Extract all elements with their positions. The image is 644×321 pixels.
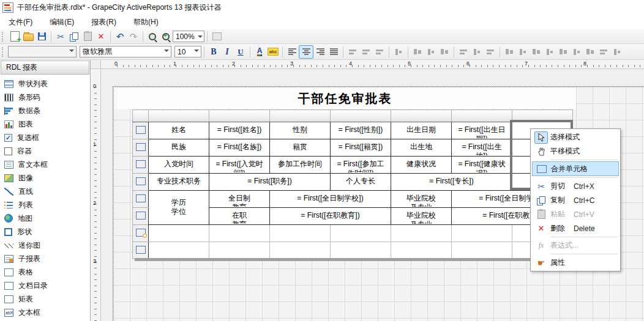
cell-label[interactable]: 专业技术职务 bbox=[149, 174, 209, 191]
align-center-button[interactable] bbox=[299, 45, 313, 59]
toolbox-item-document-toc[interactable]: 文档目录 bbox=[0, 279, 90, 292]
cell-label[interactable]: 入党时间 bbox=[149, 157, 209, 174]
menu-item-copy[interactable]: 复制 Ctrl+C bbox=[532, 193, 619, 207]
toolbox-item-sparkline[interactable]: 迷你图 bbox=[0, 238, 90, 252]
increase-h-spacing-button[interactable] bbox=[543, 46, 556, 58]
cell-expression[interactable]: = First([参加工 作时间]) bbox=[331, 157, 391, 174]
cell-label[interactable]: 毕业院校 及专业 bbox=[391, 191, 452, 208]
row-handle[interactable] bbox=[133, 208, 149, 225]
toolbox-item-container[interactable]: 容器 bbox=[0, 144, 90, 158]
menu-item-pan-mode[interactable]: 平移模式 bbox=[532, 144, 619, 158]
redo-button[interactable]: ↷ bbox=[127, 31, 140, 43]
cell-expression[interactable]: = First([入党时 间]) bbox=[209, 157, 270, 174]
cell-label[interactable]: 全日制 教育 bbox=[209, 191, 270, 208]
cell-label[interactable]: 民族 bbox=[149, 139, 209, 157]
cell-expression[interactable]: = First([名族]) bbox=[209, 139, 270, 157]
row-handle[interactable] bbox=[133, 191, 149, 208]
fit-page-button[interactable] bbox=[210, 31, 223, 43]
menu-item-merge-cells[interactable]: 合并单元格 bbox=[532, 161, 619, 176]
zoom-out-button[interactable] bbox=[146, 31, 159, 43]
highlight-button[interactable]: abc bbox=[266, 46, 280, 58]
cell-expression[interactable]: = First([全日制学校]) bbox=[270, 191, 391, 208]
toolbox-item-banded-list[interactable]: 带状列表 bbox=[0, 77, 90, 90]
font-color-button[interactable]: A bbox=[253, 46, 266, 58]
list-button[interactable] bbox=[346, 46, 359, 58]
table-column-header-strip[interactable] bbox=[133, 110, 573, 122]
report-title-textbox[interactable]: 干部任免审批表 bbox=[114, 88, 576, 109]
make-same-width-button[interactable] bbox=[503, 46, 516, 58]
underline-button[interactable]: U bbox=[234, 46, 247, 58]
toolbar-grip[interactable] bbox=[2, 47, 6, 57]
toolbox-item-list[interactable]: 列表 bbox=[0, 198, 90, 212]
menu-help[interactable]: 帮助(H) bbox=[125, 15, 167, 29]
empty-cell[interactable] bbox=[209, 242, 270, 259]
zoom-level-combobox[interactable]: 100% bbox=[173, 31, 204, 42]
decrease-h-spacing-button[interactable] bbox=[556, 46, 570, 58]
menu-item-paste[interactable]: 粘贴 Ctrl+V bbox=[532, 207, 619, 221]
menu-edit[interactable]: 编辑(E) bbox=[41, 15, 83, 29]
empty-cell[interactable] bbox=[149, 242, 209, 259]
toolbox-item-barcode[interactable]: 条形码 bbox=[0, 90, 90, 104]
cell-label[interactable]: 出生日期 bbox=[391, 122, 452, 139]
empty-cell[interactable] bbox=[331, 242, 391, 259]
font-size-combobox[interactable]: 10 bbox=[174, 46, 201, 57]
align-right-button[interactable] bbox=[313, 46, 327, 58]
cell-expression[interactable]: = First([职务]) bbox=[209, 174, 331, 191]
zoom-in-button[interactable] bbox=[159, 31, 173, 43]
row-handle[interactable] bbox=[133, 139, 149, 157]
row-handle[interactable] bbox=[133, 225, 149, 242]
cell-expression[interactable]: = First([健康状 况]) bbox=[452, 157, 512, 174]
cell-expression[interactable]: = First([出生日 期]) bbox=[452, 122, 512, 139]
send-to-back-button[interactable] bbox=[610, 46, 624, 58]
delete-button[interactable]: ✕ bbox=[94, 31, 108, 43]
toolbox-item-shape[interactable]: 形状 bbox=[0, 225, 90, 238]
align-middles-button[interactable] bbox=[470, 46, 484, 58]
toolbar-grip[interactable] bbox=[2, 32, 6, 42]
cell-label[interactable]: 毕业院校 及专业 bbox=[391, 208, 452, 225]
align-left-button[interactable] bbox=[285, 46, 299, 58]
menu-item-delete[interactable]: ✕ 删除 Delete bbox=[532, 221, 619, 235]
bring-to-front-button[interactable] bbox=[597, 46, 610, 58]
cell-label[interactable]: 参加工作时间 bbox=[270, 157, 331, 174]
toolbox-item-image[interactable]: 图像 bbox=[0, 171, 90, 185]
undo-button[interactable]: ↶ bbox=[113, 31, 127, 43]
cell-expression[interactable]: = First([在职教育]) bbox=[270, 208, 391, 225]
menu-report[interactable]: 报表(R) bbox=[83, 15, 125, 29]
align-tops-button[interactable] bbox=[457, 46, 470, 58]
toolbox-item-checkbox[interactable]: 复选框 bbox=[0, 131, 90, 144]
empty-cell[interactable] bbox=[149, 225, 209, 242]
align-justify-button[interactable] bbox=[327, 46, 340, 58]
empty-cell[interactable] bbox=[391, 242, 452, 259]
make-same-size-button[interactable] bbox=[530, 46, 543, 58]
bold-button[interactable]: B bbox=[207, 46, 220, 58]
menu-file[interactable]: 文件(F) bbox=[0, 15, 41, 29]
menu-item-select-mode[interactable]: 选择模式 bbox=[532, 130, 619, 144]
align-bottoms-button[interactable] bbox=[484, 46, 497, 58]
menu-item-expression[interactable]: fx 表达式... bbox=[532, 238, 619, 253]
paste-button[interactable] bbox=[81, 31, 94, 43]
toolbox-header[interactable]: RDL 报表 bbox=[1, 61, 89, 75]
menu-item-cut[interactable]: ✂ 剪切 Ctrl+X bbox=[532, 179, 619, 193]
cell-expression[interactable]: = First([姓名]) bbox=[209, 122, 270, 139]
increase-indent-button[interactable] bbox=[359, 46, 373, 58]
empty-cell[interactable] bbox=[331, 225, 391, 242]
cell-expression[interactable]: = First([籍贯]) bbox=[331, 139, 391, 157]
new-report-button[interactable] bbox=[8, 31, 21, 43]
toolbox-item-line[interactable]: 直线 bbox=[0, 185, 90, 198]
empty-cell[interactable] bbox=[391, 225, 452, 242]
cell-label[interactable]: 健康状况 bbox=[391, 157, 452, 174]
decrease-indent-button[interactable] bbox=[373, 46, 386, 58]
style-combobox[interactable] bbox=[8, 46, 77, 57]
menu-item-properties[interactable]: ☛ 属性 bbox=[532, 256, 619, 270]
row-handle[interactable] bbox=[133, 157, 149, 174]
align-lefts-button[interactable] bbox=[411, 46, 424, 58]
cell-label[interactable]: 姓名 bbox=[149, 122, 209, 139]
make-same-height-button[interactable] bbox=[516, 46, 530, 58]
toolbox-item-table[interactable]: 表格 bbox=[0, 265, 90, 279]
empty-cell[interactable] bbox=[270, 242, 331, 259]
empty-cell[interactable] bbox=[209, 225, 270, 242]
design-canvas[interactable]: 干部任免审批表 姓名 = First([姓名]) 性别 = First([性别]… bbox=[101, 69, 644, 321]
toolbox-item-textbox[interactable]: 文本框 bbox=[0, 306, 90, 319]
toolbox-item-subreport[interactable]: 子报表 bbox=[0, 252, 90, 265]
toolbox-item-chart[interactable]: 图表 bbox=[0, 117, 90, 131]
